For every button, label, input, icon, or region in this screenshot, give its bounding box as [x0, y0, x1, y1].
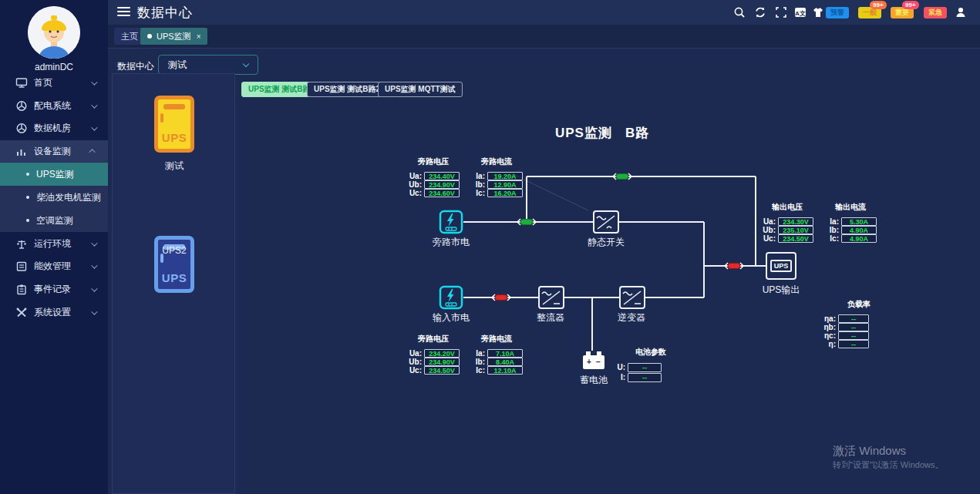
hamburger-menu-icon[interactable] — [117, 7, 130, 18]
sidebar-item-label: 设备监测 — [34, 145, 71, 158]
tab-close-icon[interactable]: × — [197, 32, 201, 41]
node-label-input-mains: 输入市电 — [420, 311, 482, 324]
data-room-icon — [15, 123, 28, 134]
sidebar-item-data-room[interactable]: 数据机房 — [0, 117, 108, 139]
chevron-down-icon — [91, 285, 97, 291]
avatar[interactable] — [28, 6, 80, 59]
bypass-bottom-measurements: 旁路电压 Ua:234.20V Ub:234.90V Uc:234.50V 旁路… — [407, 334, 523, 375]
value-box: 234.50V — [778, 234, 813, 243]
rectifier-icon[interactable] — [538, 286, 564, 309]
sidebar-item-ups-monitoring[interactable]: UPS监测 — [0, 163, 108, 186]
value-box: -- — [838, 340, 869, 348]
block-title: 旁路电压 — [407, 334, 460, 344]
general-count-badge: 99+ — [870, 1, 887, 9]
sidebar-item-settings[interactable]: 系统设置 — [0, 301, 108, 324]
value-box: 19.20A — [487, 172, 523, 180]
chevron-down-icon — [91, 262, 97, 268]
value-box: 16.20A — [487, 189, 523, 197]
important-count-badge: 99+ — [902, 1, 919, 9]
sidebar: adminDC 首页 配电系统 数据机房 设备监测 UPS监测 柴 — [0, 0, 108, 494]
sidebar-item-events[interactable]: 事件记录 — [0, 278, 108, 301]
datacenter-select[interactable]: 测试 — [158, 55, 258, 75]
environment-icon — [15, 238, 28, 250]
input-mains-icon[interactable] — [439, 285, 463, 310]
ups-list-panel: UPS 测试 UPS UPS2 — [112, 73, 235, 494]
ups-output-icon[interactable]: UPS — [766, 252, 796, 280]
block-title: 输出电流 — [824, 202, 877, 213]
sidebar-item-label: 配电系统 — [34, 99, 71, 113]
switch-off-indicator — [492, 263, 743, 301]
bypass-mains-icon[interactable] — [439, 210, 463, 234]
node-label-rectifier: 整流器 — [520, 311, 581, 324]
sidebar-subitem-label: 空调监测 — [36, 214, 73, 227]
sidebar-item-aircon-monitoring[interactable]: 空调监测 — [0, 209, 108, 232]
bypass-top-measurements: 旁路电压 Ua:234.40V Ub:234.90V Uc:234.60V 旁路… — [407, 156, 523, 197]
ups-device-name: UPS2 — [113, 245, 236, 256]
ups-device-name: 测试 — [113, 160, 236, 173]
fullscreen-icon[interactable] — [775, 6, 787, 18]
value-box: 234.20V — [424, 349, 460, 358]
monitor-icon — [15, 77, 28, 89]
inverter-icon[interactable] — [619, 286, 645, 309]
ups-slot-icon — [160, 113, 163, 123]
bar-chart-icon — [15, 146, 28, 157]
power-distribution-icon — [15, 100, 28, 112]
sidebar-item-home[interactable]: 首页 — [0, 72, 108, 94]
static-switch-icon[interactable] — [593, 210, 619, 234]
value-box: 4.90A — [841, 226, 877, 234]
alert-button-urgent[interactable]: 紧急 — [924, 7, 947, 18]
block-title: 旁路电压 — [407, 156, 460, 167]
chevron-down-icon — [91, 124, 97, 130]
sidebar-item-diesel-monitoring[interactable]: 柴油发电机监测 — [0, 186, 108, 209]
value-box: -- — [838, 323, 869, 331]
tab-dot-icon — [147, 34, 152, 39]
page-title: 数据中心 — [137, 4, 193, 22]
tools-icon — [15, 307, 28, 318]
tab-ups-monitoring[interactable]: UPS监测 × — [140, 28, 207, 45]
search-icon[interactable] — [733, 6, 746, 18]
avatar-engineer-icon — [28, 6, 80, 59]
ups-device-test[interactable]: UPS — [154, 96, 194, 153]
block-title: 旁路电流 — [470, 334, 523, 344]
value-box: 234.90V — [424, 358, 460, 366]
sidebar-item-label: 事件记录 — [34, 283, 71, 296]
chevron-down-icon — [91, 102, 97, 108]
datacenter-select-label: 数据中心 — [117, 60, 154, 73]
node-label-bypass-mains: 旁路市电 — [420, 236, 482, 249]
bullet-icon — [26, 173, 29, 176]
windows-activation-watermark: 激活 Windows — [833, 444, 906, 459]
diagram-area: UPS监测 测试B路 UPS监测 测试B路2 UPS监测 MQTT测试 UPS监… — [239, 73, 980, 494]
node-label-ups-output: UPS输出 — [750, 284, 812, 297]
value-box: 7.10A — [487, 349, 523, 358]
sidebar-item-label: 首页 — [34, 76, 52, 89]
svg-text:A文: A文 — [795, 10, 806, 17]
value-box: 12.90A — [487, 180, 523, 189]
sidebar-item-device-monitoring[interactable]: 设备监测 — [0, 140, 108, 162]
header-bar: 数据中心 A文 预警 一般 99+ 重要 99+ 紧急 — [108, 0, 980, 25]
sidebar-item-label: 运行环境 — [34, 237, 71, 250]
value-box: 12.10A — [487, 366, 523, 375]
ups-vent-icon — [163, 104, 185, 109]
load-rate-block: 负载率 ηa:-- ηb:-- ηc:-- η:-- — [821, 299, 883, 348]
value-box: 234.40V — [424, 172, 460, 180]
sidebar-item-environment[interactable]: 运行环境 — [0, 233, 108, 255]
value-box: 234.50V — [424, 366, 460, 375]
block-title: 电池参数 — [628, 347, 674, 358]
chevron-down-icon — [91, 240, 97, 246]
energy-doc-icon — [15, 260, 28, 272]
sidebar-item-power-system[interactable]: 配电系统 — [0, 95, 108, 117]
value-box: -- — [628, 363, 662, 372]
sidebar-subitem-label: UPS监测 — [36, 168, 74, 181]
translate-icon[interactable]: A文 — [794, 6, 807, 18]
username: adminDC — [0, 62, 108, 72]
chevron-up-icon — [89, 149, 95, 155]
alert-button-warning[interactable]: 预警 — [826, 7, 849, 18]
datacenter-select-value: 测试 — [168, 59, 187, 72]
refresh-icon[interactable] — [754, 6, 766, 18]
user-icon[interactable] — [955, 6, 967, 18]
node-label-inverter: 逆变器 — [601, 311, 662, 324]
shirt-icon[interactable] — [812, 6, 824, 18]
sidebar-item-energy[interactable]: 能效管理 — [0, 255, 108, 277]
battery-icon[interactable]: + − — [581, 349, 607, 372]
svg-text:+: + — [587, 358, 591, 366]
